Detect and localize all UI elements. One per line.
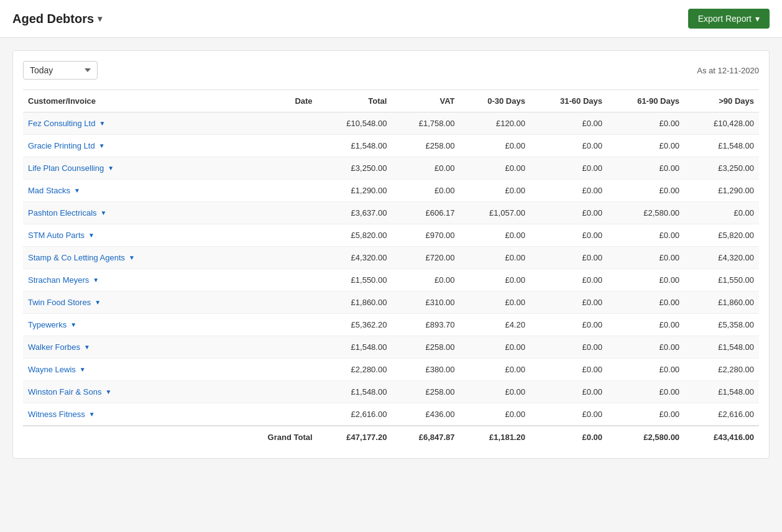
table-row: Winston Fair & Sons ▼ £1,548.00£258.00£0… (23, 381, 759, 403)
total-cell: £1,548.00 (318, 336, 392, 359)
expand-arrow-icon[interactable]: ▼ (106, 388, 112, 395)
d31-60-cell: £0.00 (530, 135, 607, 157)
expand-arrow-icon[interactable]: ▼ (80, 366, 86, 373)
date-cell (259, 135, 318, 157)
vat-cell: £0.00 (392, 180, 459, 202)
total-cell: £4,320.00 (318, 247, 392, 269)
expand-arrow-icon[interactable]: ▼ (129, 254, 135, 261)
expand-arrow-icon[interactable]: ▼ (101, 209, 107, 216)
customer-link[interactable]: Winston Fair & Sons (28, 387, 102, 397)
d31-60-cell: £0.00 (530, 314, 607, 336)
total-cell: £10,548.00 (318, 112, 392, 135)
d0-30-cell: £0.00 (460, 247, 530, 269)
footer-vat: £6,847.87 (392, 426, 459, 448)
top-bar: Aged Debtors ▾ Export Report ▾ (0, 0, 782, 38)
vat-cell: £0.00 (392, 157, 459, 180)
expand-arrow-icon[interactable]: ▼ (93, 277, 99, 283)
d90-cell: £1,548.00 (684, 135, 759, 157)
d90-cell: £1,548.00 (684, 381, 759, 403)
vat-cell: £0.00 (392, 269, 459, 291)
customer-cell: STM Auto Parts ▼ (23, 224, 259, 247)
expand-arrow-icon[interactable]: ▼ (74, 187, 80, 194)
d90-cell: £1,860.00 (684, 291, 759, 314)
export-report-button[interactable]: Export Report ▾ (688, 9, 770, 29)
table-row: Walker Forbes ▼ £1,548.00£258.00£0.00£0.… (23, 336, 759, 359)
vat-cell: £970.00 (392, 224, 459, 247)
expand-arrow-icon[interactable]: ▼ (70, 321, 76, 328)
vat-cell: £380.00 (392, 359, 459, 381)
footer-total: £47,177.20 (318, 426, 392, 448)
customer-cell: Pashton Electricals ▼ (23, 202, 259, 224)
expand-arrow-icon[interactable]: ▼ (99, 142, 105, 149)
d61-90-cell: £0.00 (607, 224, 684, 247)
date-cell (259, 314, 318, 336)
customer-link[interactable]: Twin Food Stores (28, 298, 91, 307)
total-cell: £5,362.20 (318, 314, 392, 336)
expand-arrow-icon[interactable]: ▼ (88, 232, 94, 239)
expand-arrow-icon[interactable]: ▼ (108, 165, 114, 172)
page-title: Aged Debtors ▾ (12, 12, 102, 26)
d0-30-cell: £120.00 (460, 112, 530, 135)
expand-arrow-icon[interactable]: ▼ (99, 120, 105, 127)
customer-link[interactable]: Strachan Meyers (28, 275, 89, 285)
d90-cell: £2,616.00 (684, 403, 759, 426)
table-row: Twin Food Stores ▼ £1,860.00£310.00£0.00… (23, 291, 759, 314)
d90-cell: £2,280.00 (684, 359, 759, 381)
date-cell (259, 157, 318, 180)
d90-cell: £5,820.00 (684, 224, 759, 247)
table-row: Life Plan Counselling ▼ £3,250.00£0.00£0… (23, 157, 759, 180)
customer-link[interactable]: Wayne Lewis (28, 365, 76, 374)
d31-60-cell: £0.00 (530, 247, 607, 269)
d90-cell: £1,548.00 (684, 336, 759, 359)
col-vat: VAT (392, 90, 459, 112)
customer-link[interactable]: Gracie Printing Ltd (28, 141, 95, 150)
total-cell: £5,820.00 (318, 224, 392, 247)
customer-link[interactable]: Typewerks (28, 320, 67, 329)
d61-90-cell: £0.00 (607, 269, 684, 291)
table-row: Wayne Lewis ▼ £2,280.00£380.00£0.00£0.00… (23, 359, 759, 381)
d31-60-cell: £0.00 (530, 112, 607, 135)
customer-cell: Gracie Printing Ltd ▼ (23, 135, 259, 157)
total-cell: £2,616.00 (318, 403, 392, 426)
footer-d61-90: £2,580.00 (607, 426, 684, 448)
d61-90-cell: £2,580.00 (607, 202, 684, 224)
customer-link[interactable]: Life Plan Counselling (28, 163, 104, 173)
customer-link[interactable]: STM Auto Parts (28, 231, 85, 240)
col-0-30: 0-30 Days (460, 90, 530, 112)
col-31-60: 31-60 Days (530, 90, 607, 112)
d31-60-cell: £0.00 (530, 359, 607, 381)
d31-60-cell: £0.00 (530, 269, 607, 291)
d0-30-cell: £1,057.00 (460, 202, 530, 224)
customer-link[interactable]: Mad Stacks (28, 186, 70, 195)
aged-debtors-table: Customer/Invoice Date Total VAT 0-30 Day… (23, 89, 759, 448)
d0-30-cell: £4.20 (460, 314, 530, 336)
table-row: Pashton Electricals ▼ £3,637.00£606.17£1… (23, 202, 759, 224)
table-row: Strachan Meyers ▼ £1,550.00£0.00£0.00£0.… (23, 269, 759, 291)
d61-90-cell: £0.00 (607, 359, 684, 381)
vat-cell: £436.00 (392, 403, 459, 426)
d0-30-cell: £0.00 (460, 224, 530, 247)
customer-cell: Witness Fitness ▼ (23, 403, 259, 426)
main-content: Today This Month This Quarter This Year … (0, 38, 782, 471)
table-row: Typewerks ▼ £5,362.20£893.70£4.20£0.00£0… (23, 314, 759, 336)
d0-30-cell: £0.00 (460, 269, 530, 291)
customer-link[interactable]: Witness Fitness (28, 410, 85, 419)
customer-link[interactable]: Pashton Electricals (28, 208, 97, 218)
customer-link[interactable]: Walker Forbes (28, 342, 80, 352)
date-cell (259, 381, 318, 403)
table-row: Witness Fitness ▼ £2,616.00£436.00£0.00£… (23, 403, 759, 426)
d31-60-cell: £0.00 (530, 202, 607, 224)
expand-arrow-icon[interactable]: ▼ (94, 299, 101, 306)
table-row: Stamp & Co Letting Agents ▼ £4,320.00£72… (23, 247, 759, 269)
date-filter-select[interactable]: Today This Month This Quarter This Year … (23, 61, 98, 80)
total-cell: £1,550.00 (318, 269, 392, 291)
customer-link[interactable]: Stamp & Co Letting Agents (28, 253, 125, 262)
expand-arrow-icon[interactable]: ▼ (84, 344, 90, 351)
total-cell: £1,548.00 (318, 381, 392, 403)
d0-30-cell: £0.00 (460, 135, 530, 157)
page-title-chevron[interactable]: ▾ (98, 14, 102, 24)
expand-arrow-icon[interactable]: ▼ (89, 411, 95, 418)
customer-link[interactable]: Fez Consulting Ltd (28, 119, 95, 128)
d0-30-cell: £0.00 (460, 359, 530, 381)
total-cell: £3,637.00 (318, 202, 392, 224)
